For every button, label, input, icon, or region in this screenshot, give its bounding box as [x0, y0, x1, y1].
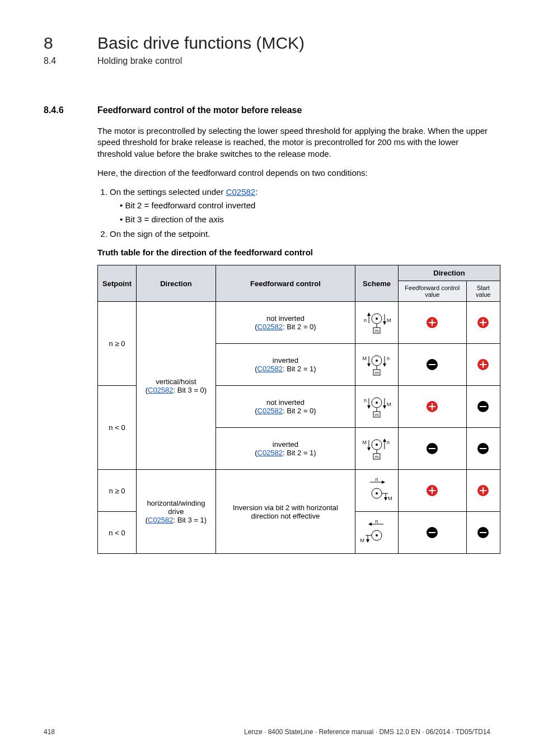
svg-text:m: m: [375, 370, 379, 375]
cell-text: not inverted: [266, 398, 305, 407]
plus-icon: [477, 359, 489, 370]
cell-direction: vertical/hoist (C02582: Bit 3 = 0): [137, 302, 216, 470]
svg-text:m: m: [375, 328, 379, 333]
cell-start-sign: [466, 386, 500, 428]
cell-ffcontrol: Inversion via bit 2 with horizontal dire…: [216, 470, 355, 554]
cell-ff-sign: [399, 428, 466, 470]
subchapter-title: Holding brake control: [97, 56, 182, 66]
svg-marker-42: [383, 438, 386, 442]
svg-marker-57: [368, 522, 372, 526]
th-sub-ff: Feedforward control value: [399, 281, 466, 302]
cell-setpoint: n < 0: [98, 386, 137, 470]
chapter-number: 8: [44, 34, 97, 53]
minus-icon: [477, 401, 489, 412]
svg-text:M: M: [387, 402, 391, 407]
svg-marker-6: [367, 312, 371, 316]
svg-text:M: M: [360, 538, 365, 543]
scheme-icon: n M: [360, 519, 394, 545]
scheme-icon: m n M: [360, 393, 394, 419]
cell-ff-sign: [399, 512, 466, 554]
cell-text: : Bit 3 = 1): [174, 516, 207, 524]
cell-ffcontrol: not inverted (C02582: Bit 2 = 0): [216, 302, 355, 344]
paragraph: The motor is precontrolled by selecting …: [97, 125, 490, 160]
chapter-title: Basic drive functions (MCK): [97, 34, 305, 53]
cell-text: vertical/hoist: [156, 377, 196, 386]
th-setpoint: Setpoint: [98, 265, 137, 302]
cell-scheme: m n M: [355, 302, 399, 344]
cell-start-sign: [466, 302, 500, 344]
cell-direction: horizontal/winding drive (C02582: Bit 3 …: [137, 470, 216, 554]
cell-scheme: m M n: [355, 428, 399, 470]
th-direction: Direction: [137, 265, 216, 302]
code-link[interactable]: C02582: [257, 407, 283, 415]
svg-point-1: [376, 318, 378, 320]
separator: _ _ _ _ _ _ _ _ _ _ _ _ _ _ _ _ _ _ _ _ …: [44, 81, 490, 88]
cell-ff-sign: [399, 344, 466, 386]
svg-text:n: n: [376, 477, 378, 482]
cell-text: inverted: [273, 356, 298, 365]
cell-setpoint: n ≥ 0: [98, 470, 137, 512]
scheme-icon: m M n: [360, 435, 394, 461]
code-link[interactable]: C02582: [148, 386, 174, 394]
cell-start-sign: [466, 344, 500, 386]
svg-text:n: n: [387, 440, 390, 445]
cell-ff-sign: [399, 470, 466, 512]
svg-text:M: M: [387, 318, 391, 323]
truth-table: Setpoint Direction Feedforward control S…: [97, 265, 500, 554]
section-header: 8.4.6 Feedforward control of the motor b…: [44, 105, 490, 115]
minus-icon: [477, 527, 489, 538]
cell-ffcontrol: inverted (C02582: Bit 2 = 1): [216, 428, 355, 470]
section-title: Feedforward control of the motor before …: [97, 105, 302, 115]
scheme-icon: m M n: [360, 351, 394, 377]
code-link[interactable]: C02582: [148, 516, 174, 524]
svg-marker-31: [383, 405, 386, 409]
plus-icon: [427, 317, 438, 328]
code-link[interactable]: C02582: [257, 365, 283, 373]
svg-point-12: [376, 360, 378, 362]
svg-text:n: n: [364, 398, 367, 403]
cell-text: not inverted: [266, 314, 305, 323]
minus-icon: [427, 527, 438, 538]
plus-icon: [427, 485, 438, 496]
svg-marker-39: [367, 447, 371, 451]
ordered-list: On the settings selected under C02582: B…: [97, 186, 490, 240]
code-link[interactable]: C02582: [257, 449, 283, 457]
chapter-header: 8 Basic drive functions (MCK): [44, 34, 490, 53]
cell-scheme: n M: [355, 470, 399, 512]
svg-marker-9: [383, 321, 386, 325]
th-direction2: Direction: [399, 265, 500, 281]
code-link[interactable]: C02582: [257, 323, 283, 331]
cell-text: : Bit 3 = 0): [174, 386, 207, 394]
svg-marker-20: [383, 363, 386, 367]
table-header-row: Setpoint Direction Feedforward control S…: [98, 265, 500, 281]
cell-text: : Bit 2 = 0): [283, 323, 316, 331]
table-row: n ≥ 0 vertical/hoist (C02582: Bit 3 = 0)…: [98, 302, 500, 344]
svg-marker-61: [366, 539, 369, 543]
cell-ffcontrol: inverted (C02582: Bit 2 = 1): [216, 344, 355, 386]
svg-text:m: m: [375, 412, 379, 417]
th-sub-start: Start value: [466, 281, 500, 302]
minus-icon: [427, 359, 438, 370]
svg-text:M: M: [363, 356, 367, 361]
table-heading: Truth table for the direction of the fee…: [97, 248, 490, 257]
svg-text:m: m: [375, 454, 379, 459]
minus-icon: [427, 443, 438, 454]
code-link[interactable]: C02582: [226, 187, 256, 197]
footer-text: Lenze · 8400 StateLine · Reference manua…: [244, 728, 490, 736]
svg-marker-17: [367, 363, 371, 367]
list-text: On the settings selected under: [110, 187, 226, 197]
page-footer: 418 Lenze · 8400 StateLine · Reference m…: [44, 728, 490, 736]
plus-icon: [477, 485, 489, 496]
subchapter-header: 8.4 Holding brake control: [44, 56, 490, 66]
plus-icon: [477, 317, 489, 328]
list-item: On the settings selected under C02582: B…: [110, 186, 490, 225]
table-row: n ≥ 0 horizontal/winding drive (C02582: …: [98, 470, 500, 512]
scheme-icon: m n M: [360, 309, 394, 335]
svg-point-55: [376, 534, 378, 536]
cell-scheme: n M: [355, 512, 399, 554]
cell-setpoint: n < 0: [98, 512, 137, 554]
section-number: 8.4.6: [44, 105, 97, 115]
page-number: 418: [44, 728, 55, 736]
cell-start-sign: [466, 428, 500, 470]
cell-start-sign: [466, 470, 500, 512]
